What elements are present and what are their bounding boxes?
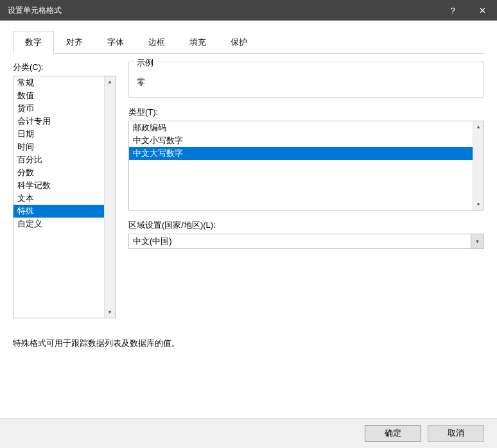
tab-0[interactable]: 数字 (13, 31, 54, 54)
category-listbox[interactable]: 常规数值货币会计专用日期时间百分比分数科学记数文本特殊自定义 ▲ ▼ (13, 76, 116, 318)
type-label: 类型(T): (128, 107, 484, 118)
hint-text: 特殊格式可用于跟踪数据列表及数据库的值。 (13, 338, 484, 349)
list-item[interactable]: 常规 (13, 76, 115, 89)
sample-label: 示例 (134, 57, 156, 69)
chevron-down-icon[interactable]: ▼ (471, 234, 484, 248)
scrollbar[interactable]: ▲ ▼ (473, 121, 484, 210)
locale-value: 中文(中国) (129, 236, 471, 247)
ok-button[interactable]: 确定 (365, 425, 421, 442)
list-item[interactable]: 日期 (13, 128, 115, 141)
scroll-down-icon[interactable]: ▼ (473, 199, 484, 210)
list-item[interactable]: 中文大写数字 (129, 147, 484, 160)
tab-3[interactable]: 边框 (136, 31, 177, 53)
locale-label: 区域设置(国家/地区)(L): (128, 220, 484, 231)
dialog-title: 设置单元格格式 (8, 5, 438, 16)
list-item[interactable]: 邮政编码 (129, 121, 484, 134)
list-item[interactable]: 文本 (13, 192, 115, 205)
locale-combobox[interactable]: 中文(中国) ▼ (128, 234, 484, 249)
close-button[interactable]: ✕ (467, 0, 497, 21)
tab-1[interactable]: 对齐 (54, 31, 95, 53)
list-item[interactable]: 货币 (13, 102, 115, 115)
titlebar: 设置单元格格式 ? ✕ (0, 0, 497, 21)
list-item[interactable]: 自定义 (13, 218, 115, 230)
tab-strip: 数字对齐字体边框填充保护 (13, 31, 484, 54)
scroll-up-icon[interactable]: ▲ (473, 121, 484, 132)
type-listbox[interactable]: 邮政编码中文小写数字中文大写数字 ▲ ▼ (128, 121, 484, 211)
scroll-down-icon[interactable]: ▼ (105, 307, 115, 318)
list-item[interactable]: 中文小写数字 (129, 134, 484, 147)
cancel-button[interactable]: 取消 (428, 425, 484, 442)
category-label: 分类(C): (13, 62, 116, 73)
list-item[interactable]: 时间 (13, 141, 115, 153)
scrollbar[interactable]: ▲ ▼ (104, 76, 115, 318)
list-item[interactable]: 科学记数 (13, 179, 115, 192)
list-item[interactable]: 特殊 (13, 205, 115, 218)
tab-2[interactable]: 字体 (95, 31, 136, 53)
tab-5[interactable]: 保护 (218, 31, 259, 53)
list-item[interactable]: 百分比 (13, 153, 115, 166)
sample-value: 零 (135, 74, 477, 90)
help-button[interactable]: ? (438, 0, 467, 21)
sample-group: 示例 零 (128, 62, 484, 98)
dialog-footer: 确定 取消 (0, 418, 497, 448)
scroll-up-icon[interactable]: ▲ (105, 76, 115, 87)
list-item[interactable]: 分数 (13, 166, 115, 179)
tab-4[interactable]: 填充 (177, 31, 218, 53)
list-item[interactable]: 会计专用 (13, 115, 115, 128)
list-item[interactable]: 数值 (13, 89, 115, 102)
